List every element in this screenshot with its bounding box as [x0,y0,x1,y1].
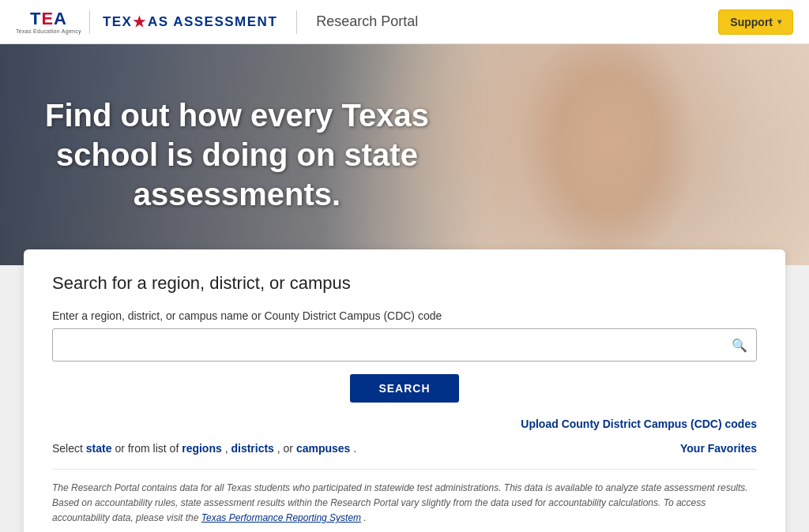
tea-logo: TEA Texas Education Agency [16,10,90,34]
hero-face-graphic [469,44,746,265]
search-section-title: Search for a region, district, or campus [52,273,757,294]
research-portal-label: Research Portal [316,13,418,30]
select-row: Select state or from list of regions , d… [52,442,757,455]
disclaimer-end: . [363,512,366,523]
disclaimer-text: The Research Portal contains data for al… [52,469,757,526]
hero-section: Find out how every Texas school is doing… [0,44,809,265]
main-content: Search for a region, district, or campus… [0,265,809,532]
header-divider [296,10,297,34]
texas-assessment-logo: TEX★AS ASSESSMENT [103,13,277,31]
select-prefix: Select [52,442,83,455]
star-icon: ★ [133,13,147,31]
chevron-down-icon: ▾ [777,17,781,26]
your-favorites-link[interactable]: Your Favorites [680,442,757,455]
hero-text-block: Find out how every Texas school is doing… [32,96,442,214]
tea-subtext: Texas Education Agency [16,28,81,34]
tea-acronym: TEA [30,10,67,28]
search-button-row: SEARCH [52,374,757,403]
or-from-list-text: or from list of [115,442,179,455]
select-options-text: Select state or from list of regions , d… [52,442,356,455]
campuses-link[interactable]: campuses [296,442,350,455]
support-button[interactable]: Support ▾ [718,9,793,35]
upload-cdc-link[interactable]: Upload County District Campus (CDC) code… [521,418,757,430]
support-button-label: Support [730,16,773,28]
regions-link[interactable]: regions [182,442,222,455]
tex-text: TEX [103,14,133,30]
disclaimer-body: The Research Portal contains data for al… [52,482,748,523]
state-link[interactable]: state [86,442,112,455]
tprs-link[interactable]: Texas Performance Reporting System [201,512,361,523]
site-header: TEA Texas Education Agency TEX★AS ASSESS… [0,0,809,44]
upload-link-row: Upload County District Campus (CDC) code… [52,417,757,431]
search-input-wrapper: 🔍 [52,328,757,362]
search-field-label: Enter a region, district, or campus name… [52,309,757,322]
search-input[interactable] [52,328,757,362]
search-button[interactable]: SEARCH [350,374,458,403]
hero-headline: Find out how every Texas school is doing… [32,96,442,214]
as-text: AS ASSESSMENT [148,14,277,30]
search-card: Search for a region, district, or campus… [24,249,785,532]
districts-link[interactable]: districts [231,442,273,455]
logo-area: TEA Texas Education Agency TEX★AS ASSESS… [16,10,418,34]
header-right: Support ▾ [718,9,793,35]
